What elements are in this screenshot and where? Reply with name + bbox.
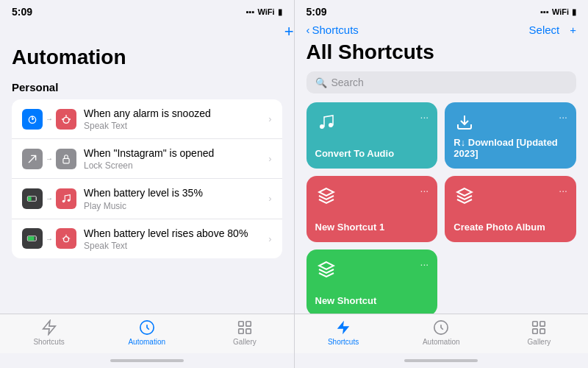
battery35-from-icon <box>22 188 43 209</box>
automation-icons-battery35: → <box>22 188 76 209</box>
automation-item-battery80[interactable]: → When battery level rises above 80% Spe… <box>12 219 282 258</box>
new1-icon <box>315 185 337 207</box>
battery35-action: Play Music <box>84 201 268 211</box>
alarm-action: Speak Text <box>84 121 268 131</box>
svg-rect-19 <box>239 322 243 326</box>
download-menu-icon[interactable]: ··· <box>559 111 567 123</box>
shortcuts-tab-icon-left <box>40 319 58 336</box>
alarm-chevron: › <box>268 113 271 124</box>
add-automation-button[interactable]: + <box>284 24 294 40</box>
back-chevron-icon: ‹ <box>306 24 310 36</box>
photo-album-menu-icon[interactable]: ··· <box>559 185 567 197</box>
svg-rect-27 <box>533 322 537 326</box>
left-phone: 5:09 ▪▪▪ WiFi ▮ + Automation Personal → <box>0 0 295 368</box>
shortcut-card-photo-album[interactable]: ··· Create Photo Album <box>445 176 576 242</box>
battery35-chevron: › <box>268 193 271 204</box>
svg-point-24 <box>329 123 333 127</box>
new1-menu-icon[interactable]: ··· <box>420 185 429 197</box>
automation-tab-icon-left <box>138 319 156 336</box>
add-shortcut-button[interactable]: + <box>570 24 576 36</box>
convert-audio-menu-icon[interactable]: ··· <box>420 111 429 123</box>
shortcuts-tab-icon-right <box>334 319 352 336</box>
svg-point-10 <box>62 200 65 203</box>
right-phone: 5:09 ▪▪▪ WiFi ▮ ‹ Shortcuts Select + All… <box>295 0 589 368</box>
shortcuts-nav: ‹ Shortcuts Select + <box>295 21 589 36</box>
instagram-to-icon <box>56 149 76 169</box>
search-placeholder-text: Search <box>331 77 364 88</box>
alarm-to-icon <box>56 109 76 130</box>
photo-album-icon <box>453 185 476 207</box>
svg-point-6 <box>63 117 69 123</box>
search-bar[interactable]: 🔍 Search <box>306 71 577 93</box>
tab-automation-right[interactable]: Automation <box>392 319 490 346</box>
wifi-icon: WiFi <box>257 7 274 16</box>
arrow-right-icon: → <box>46 115 53 123</box>
status-time-left: 5:09 <box>12 6 32 18</box>
tab-shortcuts-left[interactable]: Shortcuts <box>0 319 98 346</box>
shortcut-card-download[interactable]: ··· R↓ Download [Updated 2023] <box>445 102 576 169</box>
automation-tab-label-left: Automation <box>128 338 165 346</box>
instagram-chevron: › <box>268 153 271 164</box>
all-shortcuts-title: All Shortcuts <box>295 36 589 71</box>
gallery-tab-icon-left <box>236 319 254 336</box>
shortcut-card-new1[interactable]: ··· New Shortcut 1 <box>306 176 438 242</box>
shortcuts-grid-area: ··· Convert To Audio ··· R↓ Down <box>295 102 589 314</box>
gallery-tab-icon-right <box>530 319 548 336</box>
convert-audio-icon <box>315 111 337 133</box>
tab-automation-left[interactable]: Automation <box>98 319 196 346</box>
automation-tab-icon-right <box>432 319 450 336</box>
personal-section-title: Personal <box>12 81 282 93</box>
instagram-from-icon <box>22 149 43 169</box>
tab-shortcuts-right[interactable]: Shortcuts <box>295 319 392 346</box>
tab-bar-right: Shortcuts Automation Gallery <box>295 314 589 353</box>
shortcuts-tab-label-left: Shortcuts <box>33 338 64 346</box>
home-indicator-left <box>0 353 294 368</box>
battery80-name: When battery level rises above 80% <box>84 227 268 240</box>
new-shortcut-menu-icon[interactable]: ··· <box>420 258 429 270</box>
battery35-to-icon <box>56 188 76 209</box>
photo-album-name: Create Photo Album <box>453 222 567 233</box>
card-top-download: ··· <box>453 111 567 133</box>
automation-item-instagram[interactable]: → When "Instagram" is opened Lock Screen… <box>12 139 282 179</box>
shortcuts-tab-label-right: Shortcuts <box>328 338 359 346</box>
svg-rect-7 <box>63 158 69 163</box>
shortcut-card-new[interactable]: ··· New Shortcut <box>306 250 438 314</box>
svg-rect-22 <box>246 329 251 333</box>
automation-icons-alarm: → <box>22 109 76 130</box>
tab-gallery-right[interactable]: Gallery <box>490 319 588 346</box>
back-button[interactable]: ‹ Shortcuts <box>306 24 359 36</box>
battery-icon-right: ▮ <box>572 7 576 17</box>
battery-icon: ▮ <box>278 7 282 17</box>
download-name: R↓ Download [Updated 2023] <box>453 137 567 160</box>
back-label: Shortcuts <box>312 24 359 36</box>
arrow-right-icon3: → <box>46 194 53 202</box>
instagram-text: When "Instagram" is opened Lock Screen <box>84 146 268 171</box>
nav-actions: Select + <box>529 24 576 36</box>
alarm-text: When any alarm is snoozed Speak Text <box>84 107 268 131</box>
shortcut-card-convert-audio[interactable]: ··· Convert To Audio <box>306 102 438 169</box>
automation-tab-label-right: Automation <box>423 338 460 346</box>
instagram-name: When "Instagram" is opened <box>84 146 268 160</box>
svg-rect-13 <box>28 236 35 240</box>
automation-item-battery35[interactable]: → When battery level is 35% Play Music › <box>12 179 282 219</box>
card-top-convert: ··· <box>315 111 429 133</box>
automation-title: Automation <box>12 46 282 69</box>
signal-icon-right: ▪▪▪ <box>540 7 549 16</box>
battery80-from-icon <box>22 228 43 249</box>
automation-item-alarm[interactable]: → When any alarm is snoozed Speak Text › <box>12 99 282 139</box>
status-icons-left: ▪▪▪ WiFi ▮ <box>246 7 282 17</box>
search-icon: 🔍 <box>315 77 327 88</box>
card-top-photo: ··· <box>453 185 567 207</box>
new1-name: New Shortcut 1 <box>315 222 429 233</box>
svg-rect-28 <box>540 322 545 326</box>
svg-point-11 <box>68 199 71 202</box>
select-button[interactable]: Select <box>529 24 560 36</box>
new-shortcut-icon <box>315 258 337 280</box>
svg-point-17 <box>64 237 69 242</box>
tab-bar-left: Shortcuts Automation Gallery <box>0 314 294 353</box>
signal-icon: ▪▪▪ <box>246 7 255 16</box>
battery35-name: When battery level is 35% <box>84 186 268 199</box>
tab-gallery-left[interactable]: Gallery <box>196 319 293 346</box>
alarm-from-icon <box>22 109 43 130</box>
convert-audio-name: Convert To Audio <box>315 148 429 160</box>
